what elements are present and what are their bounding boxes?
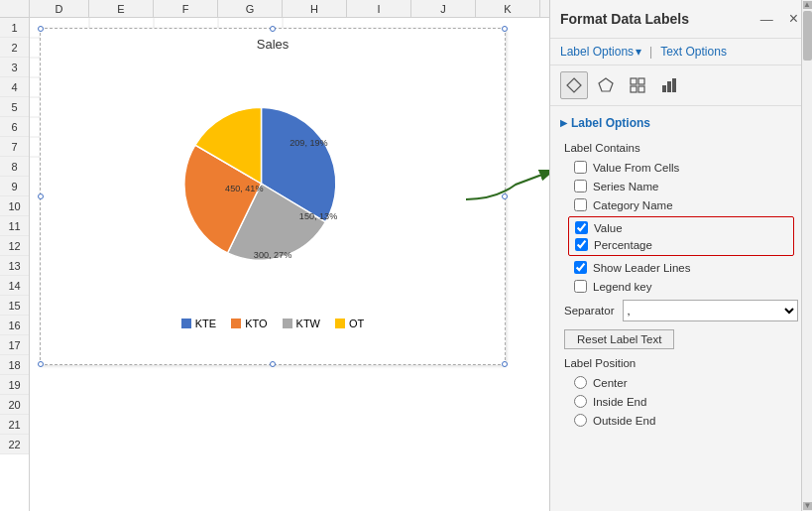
diamond-icon [566,77,582,93]
checkbox-row-category-name: Category Name [550,195,812,214]
icon-btn-diamond[interactable] [560,71,588,99]
tab-text-options-text: Text Options [660,45,727,59]
selection-handle-tl[interactable] [38,26,44,32]
checkbox-row-show-leader-lines: Show Leader Lines [550,258,812,277]
row-19[interactable]: 19 [0,375,29,395]
col-header-j[interactable]: J [411,0,476,17]
checkbox-series-name[interactable] [574,180,587,192]
corner-cell [0,0,30,17]
format-data-labels-panel: Format Data Labels — × Label Options ▾ |… [549,0,812,511]
row-3[interactable]: 3 [0,58,29,77]
scrollbar-thumb[interactable] [803,11,812,61]
selection-handle-ml[interactable] [38,193,44,199]
legend-ktw: KTW [283,318,320,329]
col-header-d[interactable]: D [30,0,89,17]
section-triangle: ▶ [560,118,567,128]
section-header-label-options[interactable]: ▶ Label Options [550,112,812,134]
row-13[interactable]: 13 [0,256,29,276]
row-18[interactable]: 18 [0,355,29,375]
separator-select[interactable]: , ; New Line [623,300,798,321]
legend-dot-kto [231,319,241,328]
row-12[interactable]: 12 [0,236,29,256]
svg-marker-31 [567,78,581,92]
radio-row-center: Center [550,373,812,392]
icon-btn-grid[interactable] [624,71,651,99]
tab-label-options-arrow: ▾ [636,45,641,59]
chart-title: Sales [49,37,497,52]
legend-dot-ktw [283,319,292,328]
row-10[interactable]: 10 [0,196,29,216]
svg-rect-39 [672,78,676,92]
checkbox-category-name[interactable] [574,198,587,211]
label-contains-title: Label Contains [550,138,812,158]
row-15[interactable]: 15 [0,296,29,316]
row-1[interactable]: 1 [0,18,29,38]
row-16[interactable]: 16 [0,316,29,335]
checkbox-show-leader-lines[interactable] [574,261,587,274]
col-header-i[interactable]: I [347,0,411,17]
checkbox-percentage[interactable] [575,238,588,251]
highlighted-group: Value Percentage [568,216,794,256]
svg-rect-35 [631,86,637,92]
chart-legend: KTE KTO KTW OT [49,318,497,329]
selection-handle-bl[interactable] [38,361,44,367]
icon-btn-barchart[interactable] [655,71,683,99]
radio-label-center: Center [593,377,628,389]
selection-handle-tm[interactable] [270,26,276,32]
separator-label: Separator [564,305,615,317]
scrollbar-down-arrow[interactable]: ▼ [803,502,812,510]
selection-handle-bm[interactable] [270,361,276,367]
icon-row [550,65,812,106]
scrollbar-up-arrow[interactable]: ▲ [803,1,812,9]
svg-rect-36 [638,86,644,92]
checkbox-legend-key[interactable] [574,280,587,293]
pie-chart[interactable]: 450, 41% 300, 27% 150, 13% 209, 19% [159,69,387,298]
selection-handle-tr[interactable] [502,26,508,32]
checkbox-row-percentage: Percentage [573,236,789,253]
tab-label-options-text: Label Options [560,45,634,59]
checkbox-label-percentage: Percentage [594,239,652,251]
row-21[interactable]: 21 [0,415,29,435]
radio-label-outside-end: Outside End [593,415,655,427]
row-7[interactable]: 7 [0,137,29,157]
checkbox-value-from-cells[interactable] [574,161,587,174]
tab-text-options[interactable]: Text Options [660,45,727,59]
label-kte: 450, 41% [225,183,263,192]
col-header-f[interactable]: F [154,0,218,17]
row-8[interactable]: 8 [0,157,29,177]
chart-area: 450, 41% 300, 27% 150, 13% 209, 19% [49,57,497,310]
checkbox-label-series-name: Series Name [593,181,658,192]
tab-label-options[interactable]: Label Options ▾ [560,45,641,59]
radio-outside-end[interactable] [574,414,587,427]
row-9[interactable]: 9 [0,177,29,196]
row-2[interactable]: 2 [0,38,29,58]
col-header-k[interactable]: K [476,0,540,17]
pentagon-icon [598,77,614,93]
panel-collapse-button[interactable]: — [756,10,777,29]
icon-btn-pentagon[interactable] [592,71,620,99]
radio-center[interactable] [574,376,587,389]
row-6[interactable]: 6 [0,117,29,137]
col-header-e[interactable]: E [89,0,154,17]
col-header-g[interactable]: G [218,0,283,17]
checkbox-value[interactable] [575,221,588,234]
radio-label-inside-end: Inside End [593,396,646,408]
row-17[interactable]: 17 [0,335,29,355]
chart-container[interactable]: Sales [40,28,506,365]
panel-close-button[interactable]: × [785,8,802,30]
row-4[interactable]: 4 [0,77,29,97]
row-22[interactable]: 22 [0,435,29,454]
selection-handle-br[interactable] [502,361,508,367]
row-14[interactable]: 14 [0,276,29,296]
label-ot: 209, 19% [290,137,327,147]
radio-inside-end[interactable] [574,395,587,408]
tab-separator: | [649,45,652,59]
scrollbar[interactable]: ▲ ▼ [801,0,812,511]
row-5[interactable]: 5 [0,97,29,117]
separator-row: Separator , ; New Line [550,296,812,325]
reset-label-text-button[interactable]: Reset Label Text [564,329,674,349]
col-header-h[interactable]: H [283,0,347,17]
row-11[interactable]: 11 [0,216,29,236]
row-20[interactable]: 20 [0,395,29,415]
panel-title: Format Data Labels [560,11,689,27]
